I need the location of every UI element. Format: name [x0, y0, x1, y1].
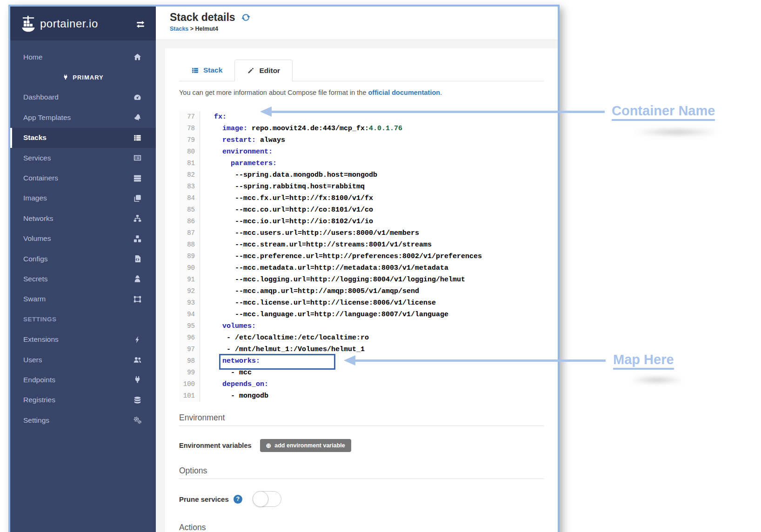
sidebar-menu: HomePRIMARYDashboardApp TemplatesStacksS… [10, 40, 156, 430]
line-number: 89 [179, 251, 200, 262]
code-line-92: 92 --mcc.amqp.url=http://amqp:8005/v1/am… [179, 286, 544, 297]
sidebar-item-dashboard[interactable]: Dashboard [10, 87, 156, 107]
compose-editor[interactable]: 77 fx:78 image: repo.moovit24.de:443/mcp… [179, 111, 544, 402]
line-number: 81 [179, 158, 200, 169]
code-text: networks: [200, 355, 260, 367]
sidebar-item-home[interactable]: Home [10, 47, 156, 67]
tab-editor[interactable]: Editor [234, 60, 293, 81]
sidebar-item-label: Home [23, 53, 133, 61]
code-text: --mcc.metadata.url=http://metadata:8003/… [200, 262, 448, 274]
swarm-icon [133, 295, 142, 304]
sidebar-section-label: SETTINGS [23, 316, 57, 323]
code-text: --mcc.preference.url=http://preferences:… [200, 251, 482, 262]
code-line-79: 79 restart: always [179, 134, 544, 146]
containers-icon [133, 174, 142, 183]
tab-stack[interactable]: Stack [179, 60, 234, 81]
breadcrumb: Stacks > Helmut4 [170, 26, 558, 32]
code-text: - /etc/localtime:/etc/localtime:ro [200, 332, 369, 344]
breadcrumb-current: Helmut4 [195, 26, 218, 32]
line-number: 96 [179, 332, 200, 344]
line-number: 101 [179, 390, 200, 402]
sidebar-item-label: Dashboard [23, 93, 133, 101]
exchange-icon[interactable] [135, 19, 146, 29]
container-name-arrow-line [272, 111, 605, 113]
code-line-100: 100 depends_on: [179, 379, 544, 390]
code-text: --mcc.stream.url=http://streams:8001/v1/… [200, 239, 432, 251]
sidebar-item-users[interactable]: Users [10, 350, 156, 370]
sidebar-item-containers[interactable]: Containers [10, 168, 156, 188]
sidebar-item-label: Swarm [23, 295, 133, 303]
line-number: 79 [179, 134, 200, 146]
code-text: --mcc.logging.url=http://logging:8004/v1… [200, 274, 465, 286]
code-text: --mcc.language.url=http://language:8007/… [200, 309, 448, 320]
question-circle-icon[interactable]: ? [234, 495, 242, 504]
sidebar-item-swarm[interactable]: Swarm [10, 289, 156, 309]
plug-icon [62, 74, 69, 80]
code-text: environment: [200, 146, 273, 158]
sidebar-item-label: Registries [23, 396, 133, 404]
code-text: - mongodb [200, 390, 268, 402]
code-text: --mcc.users.url=http://users:8000/v1/mem… [200, 227, 419, 239]
volumes-icon [133, 234, 142, 243]
sidebar-item-label: Containers [23, 174, 133, 182]
rocket-icon [133, 113, 142, 122]
sidebar-item-registries[interactable]: Registries [10, 390, 156, 410]
dashboard-icon [133, 93, 142, 102]
container-name-arrowhead [260, 106, 272, 117]
page-header: Stack details Stacks > Helmut4 [156, 7, 558, 40]
map-here-shadow [620, 375, 694, 385]
stacks-icon [133, 133, 142, 142]
breadcrumb-stacks-link[interactable]: Stacks [170, 26, 188, 32]
code-line-81: 81 parameters: [179, 158, 544, 169]
sidebar-item-app-templates[interactable]: App Templates [10, 107, 156, 127]
prune-services-label: Prune services [179, 495, 229, 503]
line-number: 78 [179, 123, 200, 134]
stack-widget: Stack Editor You can get more informatio… [165, 48, 558, 532]
official-documentation-link[interactable]: official documentation [368, 89, 441, 96]
sidebar-item-configs[interactable]: Configs [10, 249, 156, 269]
code-text: image: repo.moovit24.de:443/mcp_fx:4.0.1… [200, 123, 402, 134]
sidebar-item-endpoints[interactable]: Endpoints [10, 370, 156, 390]
code-text: - mcc [200, 367, 252, 379]
refresh-icon[interactable] [241, 13, 251, 22]
line-number: 85 [179, 204, 200, 216]
sidebar-item-images[interactable]: Images [10, 188, 156, 208]
sidebar-item-stacks[interactable]: Stacks [10, 128, 156, 148]
code-line-99: 99 - mcc [179, 367, 544, 379]
portainer-window: portainer.io HomePRIMARYDashboardApp Tem… [8, 5, 560, 532]
prune-services-toggle[interactable] [253, 491, 281, 507]
sidebar-item-settings[interactable]: Settings [10, 410, 156, 430]
bolt-icon [133, 335, 142, 344]
sidebar-item-networks[interactable]: Networks [10, 208, 156, 228]
code-text: fx: [200, 111, 227, 123]
sidebar-item-label: Users [23, 356, 133, 364]
page-body: Stack Editor You can get more informatio… [156, 40, 558, 532]
container-name-annotation: Container Name [612, 103, 715, 121]
page-title: Stack details [170, 11, 235, 24]
code-line-82: 82 --spring.data.mongodb.host=mongodb [179, 169, 544, 181]
code-line-84: 84 --mcc.fx.url=http://fx:8100/v1/fx [179, 193, 544, 204]
add-environment-variable-label: add environment variable [274, 442, 345, 449]
line-number: 94 [179, 309, 200, 320]
note-text-after: . [440, 89, 442, 96]
sidebar-item-label: Networks [23, 214, 133, 223]
line-number: 99 [179, 367, 200, 379]
sidebar-item-volumes[interactable]: Volumes [10, 229, 156, 249]
stacks-icon [191, 66, 199, 74]
sidebar-item-services[interactable]: Services [10, 148, 156, 168]
home-icon [133, 53, 142, 61]
sidebar-item-extensions[interactable]: Extensions [10, 329, 156, 349]
tab-editor-label: Editor [259, 66, 280, 75]
map-here-arrow-line [355, 359, 606, 362]
sidebar-item-secrets[interactable]: Secrets [10, 269, 156, 289]
code-line-95: 95 volumes: [179, 320, 544, 332]
plus-circle-icon: ⊕ [266, 442, 272, 449]
tab-stack-label: Stack [203, 66, 222, 74]
add-environment-variable-button[interactable]: ⊕ add environment variable [260, 439, 351, 452]
line-number: 97 [179, 344, 200, 355]
code-text: depends_on: [200, 379, 268, 390]
sidebar-item-label: Volumes [23, 234, 133, 243]
code-text: --spring.data.mongodb.host=mongodb [200, 169, 377, 181]
map-here-arrowhead [344, 355, 355, 366]
toggle-knob [253, 491, 268, 507]
